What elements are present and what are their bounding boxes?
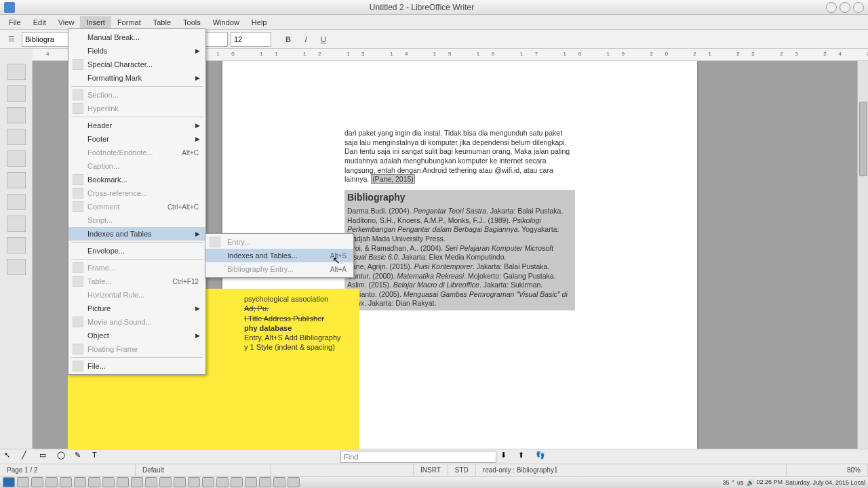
task-icon[interactable] xyxy=(159,477,172,487)
citation: (Pane, 2015) xyxy=(371,174,415,184)
status-readonly: read-only : Bibliography1 xyxy=(476,464,787,476)
menu-item-comment: CommentCtrl+Alt+C xyxy=(68,200,205,214)
menu-item-bookmark-[interactable]: Bookmark... xyxy=(68,173,205,186)
text-icon[interactable]: T xyxy=(92,451,106,463)
close-button[interactable] xyxy=(853,2,864,13)
menu-item-footnote-endnote-: Footnote/Endnote...Alt+C xyxy=(68,146,205,159)
menu-item-caption-: Caption... xyxy=(68,159,205,173)
menu-item-formatting-mark[interactable]: Formatting Mark▶ xyxy=(68,71,205,85)
document-body[interactable]: dari paket yang ingin dia instal. Tidak … xyxy=(344,129,575,310)
menu-item-header[interactable]: Header▶ xyxy=(68,119,205,132)
arrow-icon[interactable]: ↖ xyxy=(4,451,18,463)
menu-item-special-character-[interactable]: Special Character... xyxy=(68,58,205,71)
task-icon[interactable] xyxy=(188,477,200,487)
print-icon[interactable] xyxy=(7,129,26,145)
menu-item-file-[interactable]: File... xyxy=(68,359,205,373)
font-size-combo[interactable] xyxy=(231,32,271,47)
task-icon[interactable] xyxy=(145,477,157,487)
spellcheck-icon[interactable] xyxy=(7,237,26,253)
bibliography-item: Aslim. (2015). Belajar Macro di Libreoff… xyxy=(347,281,572,290)
menu-tools[interactable]: Tools xyxy=(177,16,207,28)
start-button[interactable] xyxy=(3,477,15,487)
task-icon[interactable] xyxy=(259,477,271,487)
task-icon[interactable] xyxy=(117,477,129,487)
menu-item-cross-reference-: Cross-reference... xyxy=(68,186,205,200)
styles-icon[interactable]: ☰ xyxy=(4,32,19,47)
insert-menu-dropdown: Manual Break...Fields▶Special Character.… xyxy=(68,28,206,375)
paste-icon[interactable] xyxy=(7,194,26,210)
titlebar: Untitled 2 - LibreOffice Writer xyxy=(0,0,868,15)
task-icon[interactable] xyxy=(17,477,29,487)
tray-temp: 35 xyxy=(722,479,729,486)
submenu-item-entry-: Entry... xyxy=(205,235,353,249)
bibliography-list: Darma Budi. (2004). Pengantar Teori Sast… xyxy=(344,205,575,310)
menu-help[interactable]: Help xyxy=(245,16,273,28)
undo-icon[interactable] xyxy=(7,216,26,232)
save-icon[interactable] xyxy=(7,107,26,123)
italic-button[interactable]: I xyxy=(298,32,313,47)
bibliography-item: Haditono, S.H., Knoers, A.M.P., Monks, F… xyxy=(347,216,572,244)
bold-button[interactable]: B xyxy=(281,32,296,47)
minimize-button[interactable] xyxy=(826,2,837,13)
menu-format[interactable]: Format xyxy=(111,16,147,28)
task-icon[interactable] xyxy=(45,477,58,487)
menu-view[interactable]: View xyxy=(52,16,81,28)
task-icon[interactable] xyxy=(131,477,143,487)
menu-item-envelope-[interactable]: Envelope... xyxy=(68,244,205,258)
bibliography-item: Isroi, & Ramadhan, A.. (2004). Seri Pela… xyxy=(347,244,572,262)
status-std: STD xyxy=(448,464,476,476)
task-icon[interactable] xyxy=(288,477,300,487)
find-all-icon[interactable]: 👣 xyxy=(536,451,549,463)
task-icon[interactable] xyxy=(174,477,186,487)
rectangle-icon[interactable]: ▭ xyxy=(39,451,53,463)
vertical-scrollbar[interactable] xyxy=(857,61,868,450)
task-icon[interactable] xyxy=(31,477,43,487)
task-icon[interactable] xyxy=(231,477,243,487)
menubar: File Edit View Insert Format Table Tools… xyxy=(0,15,868,30)
find-next-icon[interactable]: ⬇ xyxy=(500,451,514,463)
copy-icon[interactable] xyxy=(7,172,26,188)
tray-time: 02:26 PM xyxy=(757,479,783,485)
task-icon[interactable] xyxy=(202,477,214,487)
menu-edit[interactable]: Edit xyxy=(27,16,52,28)
find-prev-icon[interactable]: ⬆ xyxy=(518,451,532,463)
maximize-button[interactable] xyxy=(840,2,850,13)
menu-item-frame-: Frame... xyxy=(68,261,205,274)
menu-item-indexes-and-tables[interactable]: Indexes and Tables▶ xyxy=(68,227,205,241)
abc-icon[interactable] xyxy=(7,259,26,275)
tray-date: Saturday, July 04, 2015 Local xyxy=(785,479,865,486)
ellipse-icon[interactable]: ◯ xyxy=(57,451,71,463)
menu-window[interactable]: Window xyxy=(207,16,245,28)
task-icon[interactable] xyxy=(74,477,86,487)
status-zoom[interactable]: 80% xyxy=(787,464,868,476)
scroll-thumb[interactable] xyxy=(859,102,867,176)
task-icon[interactable] xyxy=(60,477,72,487)
tray-lang[interactable]: us xyxy=(737,479,744,486)
task-icon[interactable] xyxy=(245,477,257,487)
find-input[interactable] xyxy=(340,451,496,463)
new-icon[interactable] xyxy=(7,64,26,80)
app-icon xyxy=(4,2,15,13)
task-icon[interactable] xyxy=(88,477,100,487)
window-title: Untitled 2 - LibreOffice Writer xyxy=(20,3,823,12)
task-icon[interactable] xyxy=(216,477,229,487)
bibliography-item: Yunianto. (2005). Menguasai Gambas Pemro… xyxy=(347,290,572,308)
underline-button[interactable]: U xyxy=(316,32,331,47)
menu-file[interactable]: File xyxy=(3,16,27,28)
task-icon[interactable] xyxy=(273,477,285,487)
bibliography-item: Guntur. (2000). Matematika Rekreasi. Moj… xyxy=(347,272,572,281)
menu-item-footer[interactable]: Footer▶ xyxy=(68,132,205,146)
menu-item-manual-break-[interactable]: Manual Break... xyxy=(68,30,205,44)
menu-item-picture[interactable]: Picture▶ xyxy=(68,302,205,315)
submenu-item-indexes-and-tables-[interactable]: Indexes and Tables...Alt+S xyxy=(205,249,353,262)
task-icon[interactable] xyxy=(102,477,115,487)
line-icon[interactable]: ╱ xyxy=(22,451,35,463)
pencil-icon[interactable]: ✎ xyxy=(75,451,88,463)
indexes-submenu: Entry...Indexes and Tables...Alt+SBiblio… xyxy=(205,233,354,278)
menu-item-fields[interactable]: Fields▶ xyxy=(68,44,205,58)
cut-icon[interactable] xyxy=(7,150,26,167)
menu-table[interactable]: Table xyxy=(147,16,177,28)
open-icon[interactable] xyxy=(7,85,26,102)
menu-insert[interactable]: Insert xyxy=(80,16,111,28)
menu-item-object[interactable]: Object▶ xyxy=(68,329,205,342)
